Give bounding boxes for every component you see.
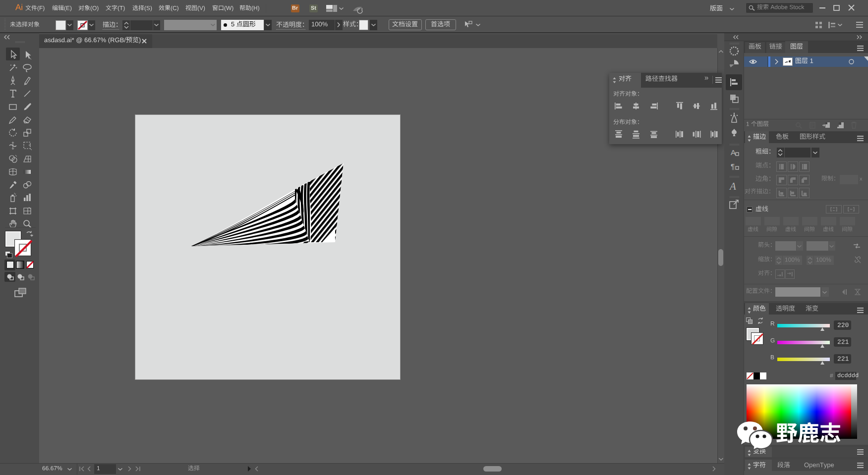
svg-text:A: A (731, 148, 736, 157)
svg-text:¶: ¶ (731, 162, 735, 170)
svg-text:A: A (729, 180, 736, 192)
